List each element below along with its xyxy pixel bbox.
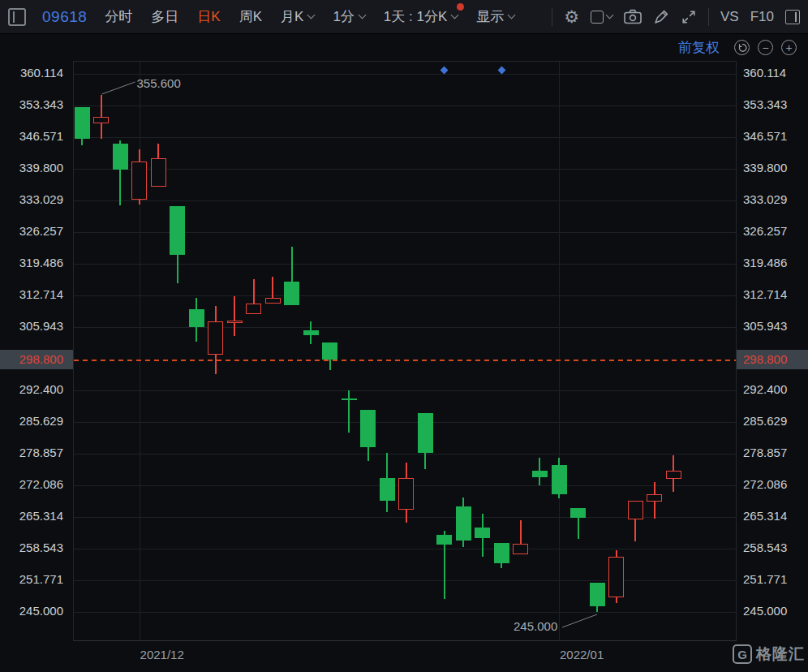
price-tick-label: 265.314 (737, 508, 808, 524)
price-tick-label: 278.857 (737, 445, 808, 461)
f10-button[interactable]: F10 (750, 9, 774, 25)
candle (265, 298, 281, 304)
zoom-out-icon[interactable]: − (758, 40, 773, 55)
undo-icon[interactable] (734, 40, 750, 55)
tab-多日[interactable]: 多日 (151, 7, 178, 26)
price-tick-label: 272.086 (0, 476, 73, 493)
gridline (74, 264, 736, 265)
gridline (74, 137, 736, 138)
gridline (74, 327, 736, 328)
price-tick-label: 360.114 (737, 65, 808, 81)
date-axis-label: 2022/01 (560, 648, 604, 661)
brand-logo-icon: G (733, 644, 752, 664)
candle (151, 158, 166, 187)
candle (552, 465, 567, 494)
price-tick-label: 278.857 (0, 445, 73, 461)
candle (494, 543, 509, 563)
low-annotation: 245.000 (514, 619, 557, 633)
reference-price-label: 298.800 (737, 350, 808, 369)
tab-显示[interactable]: 显示 (476, 7, 514, 26)
candle-wick (348, 390, 350, 433)
event-marker-icon[interactable] (441, 67, 449, 75)
tab-日K[interactable]: 日K (197, 7, 220, 26)
candle (170, 206, 185, 255)
high-annotation: 355.600 (137, 76, 181, 90)
notification-dot (457, 3, 464, 11)
price-tick-label: 326.257 (737, 223, 808, 239)
candle (570, 508, 586, 518)
camera-icon[interactable] (624, 9, 642, 24)
reference-price-label: 298.800 (0, 350, 73, 369)
candle (456, 506, 471, 541)
price-tick-label: 346.571 (737, 128, 808, 144)
price-tick-label: 319.486 (0, 255, 73, 271)
vs-button[interactable]: VS (720, 9, 739, 25)
candle (303, 330, 319, 335)
gridline (74, 106, 736, 106)
gridline (74, 74, 736, 75)
divider (708, 8, 709, 26)
price-tick-label: 333.029 (737, 192, 808, 208)
candle (189, 309, 204, 327)
chevron-down-icon (358, 11, 366, 19)
adjust-mode-button[interactable]: 前复权 (678, 38, 720, 57)
candle (666, 471, 681, 479)
price-tick-label: 265.314 (0, 508, 73, 524)
candle (131, 162, 147, 200)
candle (93, 117, 109, 123)
panel-left-icon[interactable] (8, 8, 26, 26)
price-axis-left: 360.114353.343346.571339.800333.029326.2… (0, 34, 73, 641)
price-tick-label: 312.714 (0, 286, 73, 303)
candle (418, 413, 433, 453)
stock-code[interactable]: 09618 (42, 8, 87, 26)
gridline (74, 422, 736, 423)
zoom-in-icon[interactable]: + (781, 40, 797, 55)
price-tick-label: 258.543 (0, 540, 73, 556)
candle (398, 478, 414, 510)
gridline (74, 612, 736, 613)
candle (475, 528, 490, 538)
price-tick-label: 245.000 (737, 603, 808, 619)
stock-chart-window: 09618 分时多日日K周K月K1分1天 : 1分K显示 ⚙ VS F10 前复… (0, 0, 808, 672)
gridline (559, 62, 560, 640)
tab-1分[interactable]: 1分 (333, 7, 364, 26)
tab-分时[interactable]: 分时 (105, 7, 132, 26)
price-tick-label: 292.400 (737, 381, 808, 398)
brand-name: 格隆汇 (756, 644, 805, 665)
pencil-icon[interactable] (653, 9, 669, 25)
price-tick-label: 319.486 (737, 255, 808, 271)
annotation-lines (74, 62, 737, 642)
tab-周K[interactable]: 周K (239, 7, 262, 26)
gridline (74, 200, 736, 201)
candle (608, 557, 624, 597)
tab-月K[interactable]: 月K (281, 7, 314, 26)
price-tick-label: 272.086 (737, 476, 808, 493)
chart-layout-icon[interactable] (591, 11, 612, 24)
gridline (74, 549, 736, 549)
panel-right-icon[interactable] (785, 10, 800, 24)
price-tick-label: 292.400 (0, 381, 73, 398)
price-tick-label: 305.943 (0, 318, 73, 334)
event-marker-icon[interactable] (497, 67, 505, 75)
gridline (74, 169, 736, 170)
price-tick-label: 245.000 (0, 603, 73, 619)
price-tick-label: 353.343 (0, 97, 73, 113)
candle (360, 410, 376, 447)
price-tick-label: 251.771 (0, 571, 73, 588)
candle (342, 398, 357, 400)
chart-subheader: 前复权 − + (678, 38, 797, 57)
price-tick-label: 360.114 (0, 65, 73, 81)
candlestick-plot[interactable]: 355.600245.000 (73, 61, 737, 641)
gear-icon[interactable]: ⚙ (564, 9, 579, 25)
candle-wick (234, 296, 235, 336)
tab-1天 : 1分K[interactable]: 1天 : 1分K (384, 7, 458, 26)
chevron-down-icon (508, 11, 516, 19)
candle (436, 535, 452, 545)
candle (513, 544, 528, 554)
chevron-down-icon (451, 11, 459, 19)
price-tick-label: 312.714 (737, 286, 808, 303)
price-axis-right: 360.114353.343346.571339.800333.029326.2… (737, 34, 808, 641)
fullscreen-icon[interactable] (681, 9, 697, 25)
candle (227, 321, 243, 323)
price-tick-label: 326.257 (0, 223, 73, 239)
